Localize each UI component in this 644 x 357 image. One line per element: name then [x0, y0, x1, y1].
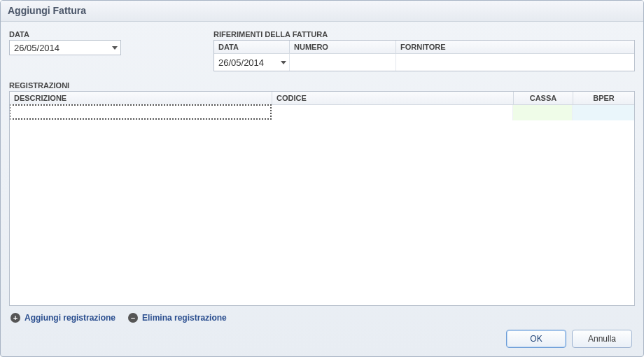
registrazioni-grid: DESCRIZIONE CODICE CASSA BPER	[9, 91, 635, 306]
col-header-bper: BPER	[573, 92, 634, 105]
delete-registrazione-button[interactable]: Elimina registrazione	[128, 313, 227, 323]
cell-cassa[interactable]	[513, 105, 573, 120]
add-registrazione-label: Aggiungi registrazione	[24, 313, 115, 323]
add-registrazione-button[interactable]: Aggiungi registrazione	[10, 313, 115, 323]
grid-body	[10, 105, 634, 305]
col-header-fornitore: FORNITORE	[396, 41, 634, 54]
dialog-window: Aggiungi Fattura DATA 26/05/2014 RIFERIM…	[0, 0, 644, 357]
cell-codice[interactable]	[272, 105, 513, 120]
rif-date-dropdown[interactable]: 26/05/2014	[214, 54, 289, 71]
cell-descrizione[interactable]	[9, 104, 272, 120]
riferimenti-row: 26/05/2014	[214, 54, 634, 71]
cell-bper[interactable]	[573, 105, 634, 120]
date-dropdown[interactable]: 26/05/2014	[9, 40, 121, 55]
riferimenti-header: DATA NUMERO FORNITORE	[214, 41, 634, 54]
top-row: DATA 26/05/2014 RIFERIMENTI DELLA FATTUR…	[9, 30, 635, 71]
dialog-content: DATA 26/05/2014 RIFERIMENTI DELLA FATTUR…	[1, 22, 643, 356]
date-dropdown-value: 26/05/2014	[14, 43, 59, 53]
chevron-down-icon	[281, 61, 286, 64]
col-header-descrizione: DESCRIZIONE	[10, 92, 272, 105]
group-riferimenti: RIFERIMENTI DELLA FATTURA DATA NUMERO FO…	[214, 30, 635, 71]
col-header-cassa: CASSA	[514, 92, 573, 105]
col-header-numero: NUMERO	[290, 41, 396, 54]
grid-footer-actions: Aggiungi registrazione Elimina registraz…	[9, 306, 635, 326]
dialog-buttons: OK Annulla	[9, 326, 635, 349]
cancel-button[interactable]: Annulla	[572, 330, 632, 348]
rif-fornitore-input[interactable]	[396, 54, 634, 71]
col-header-codice: CODICE	[272, 92, 514, 105]
col-header-data: DATA	[214, 41, 290, 54]
group-data: DATA 26/05/2014	[9, 30, 198, 71]
dialog-title: Aggiungi Fattura	[1, 1, 643, 22]
riferimenti-grid: DATA NUMERO FORNITORE 26/05/2014	[214, 40, 635, 71]
label-registrazioni: REGISTRAZIONI	[9, 81, 635, 90]
grid-header: DESCRIZIONE CODICE CASSA BPER	[10, 92, 634, 105]
delete-registrazione-label: Elimina registrazione	[142, 313, 227, 323]
label-data: DATA	[9, 30, 198, 38]
label-riferimenti: RIFERIMENTI DELLA FATTURA	[214, 30, 635, 38]
ok-button[interactable]: OK	[506, 330, 566, 348]
rif-numero-input[interactable]	[290, 54, 396, 71]
table-row[interactable]	[10, 105, 634, 120]
rif-date-value: 26/05/2014	[218, 57, 264, 68]
chevron-down-icon	[112, 46, 118, 50]
minus-icon	[128, 313, 138, 323]
plus-icon	[10, 313, 20, 323]
